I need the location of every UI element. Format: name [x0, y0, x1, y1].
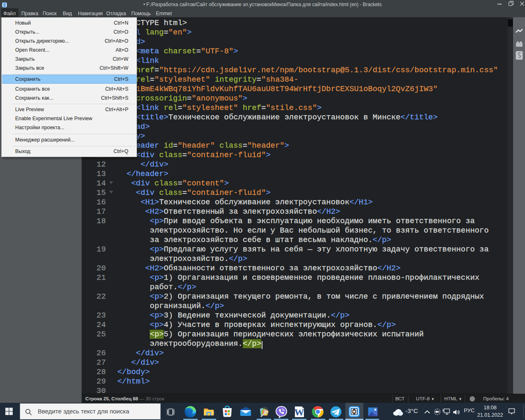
svg-text:W: W	[294, 407, 304, 418]
